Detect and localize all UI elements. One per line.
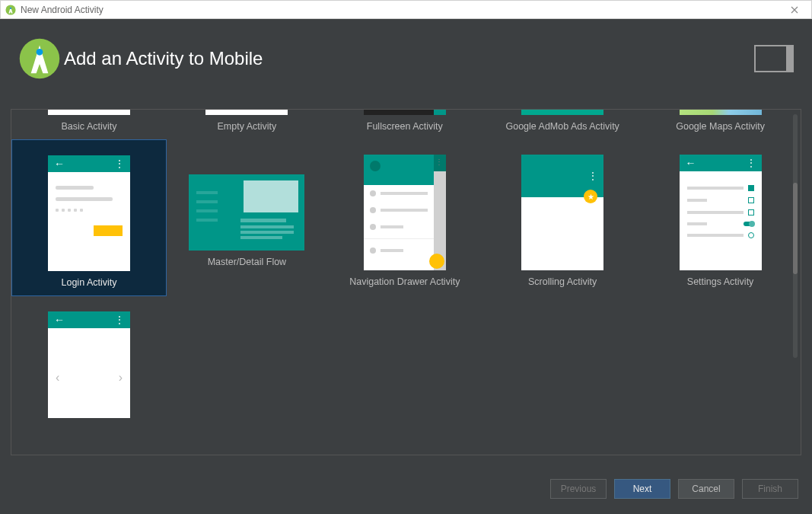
previous-button[interactable]: Previous — [550, 479, 607, 499]
template-login-activity[interactable]: ←⋮ Login Activity — [11, 139, 167, 296]
template-scrolling-activity[interactable]: ⋮ ★ Scrolling Activity — [485, 139, 640, 296]
template-navigation-drawer-activity[interactable]: ⋮ Navigation Drawer Activity — [327, 139, 482, 296]
svg-point-3 — [37, 49, 43, 56]
template-label: Basic Activity — [62, 115, 117, 139]
template-admob-activity[interactable]: Google AdMob Ads Activity — [485, 110, 640, 139]
template-label: Empty Activity — [217, 115, 276, 139]
back-arrow-icon: ← — [54, 158, 65, 169]
android-studio-icon — [5, 5, 16, 15]
template-label: Navigation Drawer Activity — [349, 270, 460, 295]
template-label: Master/Detail Flow — [208, 251, 287, 275]
template-row-1: Basic Activity Empty Activity Fullscreen… — [11, 110, 801, 139]
finish-button[interactable]: Finish — [742, 479, 798, 499]
android-studio-logo — [18, 37, 61, 80]
close-icon — [791, 6, 798, 14]
template-row-3: ←⋮ ‹ › — [11, 296, 801, 418]
template-label: Google AdMob Ads Activity — [505, 115, 619, 139]
chevron-left-icon: ‹ — [56, 371, 59, 385]
template-basic-activity[interactable]: Basic Activity — [11, 110, 167, 139]
svg-point-1 — [10, 7, 11, 8]
header: Add an Activity to Mobile — [0, 19, 812, 98]
form-factor-icon — [754, 45, 794, 72]
overflow-icon: ⋮ — [115, 159, 124, 168]
template-empty-activity[interactable]: Empty Activity — [169, 110, 324, 139]
template-label: Login Activity — [62, 271, 117, 295]
footer: Previous Next Cancel Finish — [0, 463, 812, 514]
content-area: Basic Activity Empty Activity Fullscreen… — [0, 98, 812, 463]
close-button[interactable] — [782, 1, 807, 18]
scrollbar[interactable] — [793, 114, 798, 358]
titlebar: New Android Activity — [0, 0, 812, 19]
template-settings-activity[interactable]: ←⋮ Settings Activity — [643, 139, 798, 296]
template-label: Fullscreen Activity — [367, 115, 443, 139]
page-title: Add an Activity to Mobile — [64, 48, 263, 69]
template-master-detail-flow[interactable]: Master/Detail Flow — [169, 139, 324, 296]
template-gallery: Basic Activity Empty Activity Fullscreen… — [11, 109, 801, 455]
back-arrow-icon: ← — [686, 158, 696, 168]
next-button[interactable]: Next — [614, 479, 670, 499]
overflow-icon: ⋮ — [115, 315, 124, 324]
scrollbar-thumb[interactable] — [793, 183, 798, 274]
template-google-maps-activity[interactable]: Google Maps Activity — [643, 110, 798, 139]
overflow-icon: ⋮ — [747, 158, 756, 168]
window-title: New Android Activity — [21, 5, 103, 15]
cancel-button[interactable]: Cancel — [678, 479, 734, 499]
template-row-2: ←⋮ Login Activity — [11, 139, 801, 296]
template-label: Scrolling Activity — [528, 270, 597, 295]
template-label: Google Maps Activity — [676, 115, 765, 139]
template-fullscreen-activity[interactable]: Fullscreen Activity — [327, 110, 482, 139]
template-label: Settings Activity — [687, 270, 754, 295]
chevron-right-icon: › — [119, 371, 123, 385]
star-icon: ★ — [584, 190, 597, 203]
overflow-icon: ⋮ — [588, 171, 597, 180]
template-tabbed-activity[interactable]: ←⋮ ‹ › — [11, 296, 167, 418]
back-arrow-icon: ← — [54, 314, 65, 325]
